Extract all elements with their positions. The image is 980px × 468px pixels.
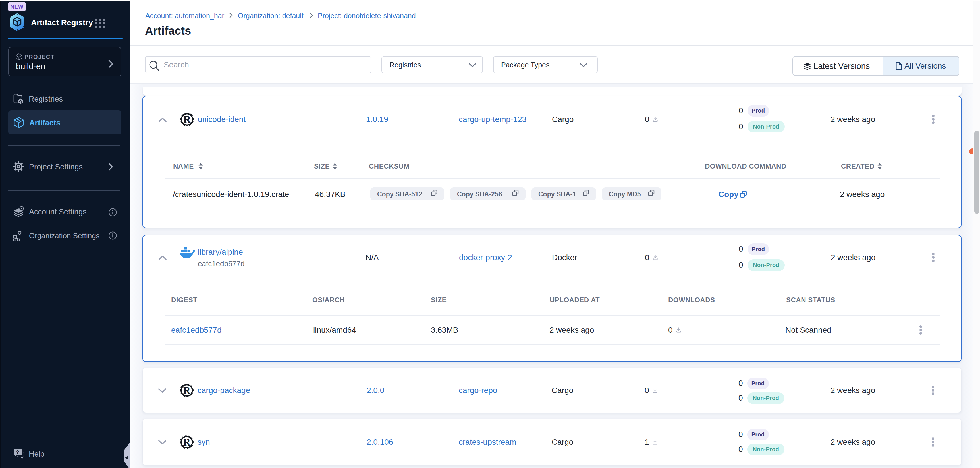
svg-text:R: R: [183, 436, 191, 448]
svg-text:R: R: [183, 114, 191, 125]
svg-text:R: R: [183, 385, 191, 396]
svg-text:?: ?: [16, 449, 19, 455]
